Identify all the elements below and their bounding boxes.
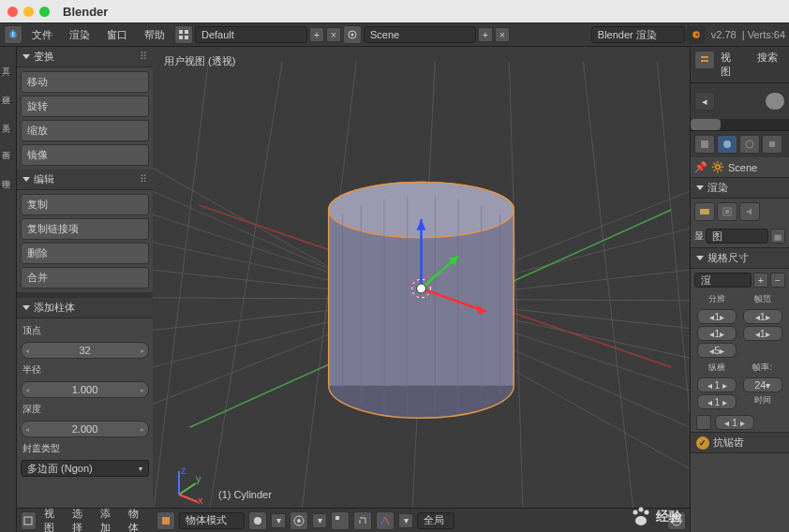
shading-button[interactable] xyxy=(248,511,267,530)
join-button[interactable]: 合并 xyxy=(21,267,149,288)
svg-line-61 xyxy=(385,517,389,525)
layout-dropdown[interactable]: Default xyxy=(195,26,307,43)
res-y-input[interactable]: ◂ 1 ▸ xyxy=(697,326,737,341)
shading-menu[interactable]: ▾ xyxy=(271,513,286,528)
add-menu[interactable]: 添加 xyxy=(97,507,121,533)
scene-dropdown[interactable]: Scene xyxy=(364,26,476,43)
outliner-icon[interactable] xyxy=(694,51,715,69)
svg-line-52 xyxy=(179,495,198,502)
fps-input[interactable]: 24 ▾ xyxy=(743,377,782,392)
viewport-editor-type[interactable] xyxy=(21,511,37,530)
outliner-toggle-1[interactable]: ◂ xyxy=(694,92,715,111)
manip-menu[interactable]: ▾ xyxy=(398,513,413,528)
res-pct-input[interactable]: ◂ 5 ▸ xyxy=(697,343,737,358)
duplicate-linked-button[interactable]: 复制链接项 xyxy=(21,218,149,240)
tab-physics[interactable]: 物理 xyxy=(0,159,12,187)
svg-rect-2 xyxy=(179,30,183,34)
props-tab-world[interactable] xyxy=(739,135,760,154)
select-menu[interactable]: 选择 xyxy=(68,507,93,533)
scene-breadcrumb: 📌 🔆 Scene xyxy=(691,157,789,177)
antialias-panel-header[interactable]: ✓ 抗锯齿 xyxy=(691,432,789,453)
orientation-dropdown[interactable]: 全局 xyxy=(417,512,454,529)
panel-edit-header[interactable]: 编辑⠿ xyxy=(17,170,153,190)
scene-add-button[interactable]: + xyxy=(478,27,493,42)
scene-name: Scene xyxy=(728,162,757,173)
props-tab-scene[interactable] xyxy=(717,135,737,154)
frame-end-input[interactable]: ◂ 1 ▸ xyxy=(743,326,782,341)
snap-button[interactable] xyxy=(353,511,372,530)
props-tab-render[interactable] xyxy=(694,135,715,154)
panel-transform-header[interactable]: 变换⠿ xyxy=(17,47,153,67)
display-dropdown[interactable]: 图 xyxy=(706,229,768,244)
layout-add-button[interactable]: + xyxy=(309,27,324,42)
layers-button[interactable] xyxy=(331,511,350,530)
render-anim-button[interactable] xyxy=(717,202,737,221)
mirror-button[interactable]: 镜像 xyxy=(21,144,149,166)
svg-line-20 xyxy=(153,62,208,517)
tool-shelf: 变换⠿ 移动 旋转 缩放 镜像 编辑⠿ 复制 复制链接项 删除 合并 添加柱体 … xyxy=(17,47,153,532)
pivot-menu[interactable]: ▾ xyxy=(312,513,327,528)
lock-button[interactable] xyxy=(770,229,785,244)
border-checkbox[interactable] xyxy=(696,415,711,430)
preset-add[interactable]: + xyxy=(753,273,768,288)
horiz-scrollbar[interactable] xyxy=(691,119,721,130)
view-menu[interactable]: 视图 xyxy=(40,507,65,533)
menu-file[interactable]: 文件 xyxy=(24,28,60,42)
layout-remove-button[interactable]: × xyxy=(326,27,341,42)
move-button[interactable]: 移动 xyxy=(21,71,149,93)
right-search[interactable]: 搜索 xyxy=(750,51,785,79)
svg-line-25 xyxy=(583,62,633,517)
outliner-scroll[interactable] xyxy=(765,92,785,111)
res-x-input[interactable]: ◂ 1 ▸ xyxy=(697,309,737,324)
mode-icon[interactable] xyxy=(156,511,175,530)
preset-remove[interactable]: − xyxy=(770,273,785,288)
time-step-input[interactable]: ◂ 1 ▸ xyxy=(715,415,754,430)
viewport-header: 物体模式 ▾ ▾ ▾ 全局 xyxy=(153,508,690,532)
3d-viewport[interactable]: 用户视图 (透视) (1) Cylinder z y x 物体模式 ▾ ▾ ▾ … xyxy=(153,47,690,532)
rotate-button[interactable]: 旋转 xyxy=(21,96,149,117)
manipulator-toggle[interactable] xyxy=(376,511,394,530)
frame-start-input[interactable]: ◂ 1 ▸ xyxy=(743,309,782,324)
cap-type-dropdown[interactable]: 多边面 (Ngon)▾ xyxy=(21,460,149,477)
aspect-y-input[interactable]: ◂ 1 ▸ xyxy=(697,394,737,409)
vertices-input[interactable]: ◂32▸ xyxy=(21,342,149,359)
maximize-window-button[interactable] xyxy=(39,7,50,17)
delete-button[interactable]: 删除 xyxy=(21,243,149,264)
radius-input[interactable]: ◂1.000▸ xyxy=(21,381,149,398)
tab-create[interactable]: 创建 xyxy=(0,75,12,103)
menu-render[interactable]: 渲染 xyxy=(62,28,97,42)
render-audio-button[interactable] xyxy=(739,202,760,221)
menu-help[interactable]: 帮助 xyxy=(137,28,172,42)
svg-rect-54 xyxy=(162,517,170,525)
scene-remove-button[interactable]: × xyxy=(495,27,510,42)
props-tab-more[interactable] xyxy=(762,135,782,154)
editor-type-button[interactable]: i xyxy=(4,25,22,44)
properties-panel: 视图 搜索 ◂ 📌 🔆 Scene 渲染 显 图 xyxy=(690,47,789,532)
svg-rect-72 xyxy=(769,141,775,147)
right-view-menu[interactable]: 视图 xyxy=(717,51,748,79)
scale-button[interactable]: 缩放 xyxy=(21,120,149,141)
time-label: 时间 xyxy=(754,394,771,406)
object-menu[interactable]: 物体 xyxy=(125,507,149,533)
scene-icon[interactable] xyxy=(343,25,362,44)
preset-dropdown[interactable]: 渲 xyxy=(694,273,752,288)
vertices-label: 顶点 xyxy=(21,322,149,339)
mode-dropdown[interactable]: 物体模式 xyxy=(179,512,245,529)
screen-layout-icon[interactable] xyxy=(174,25,193,44)
tab-relations[interactable]: 关系 xyxy=(0,103,12,131)
dimensions-panel-header[interactable]: 规格尺寸 xyxy=(691,247,789,269)
render-engine-dropdown[interactable]: Blender 渲染 xyxy=(591,26,685,43)
pin-icon[interactable]: 📌 xyxy=(694,161,707,173)
aspect-x-input[interactable]: ◂ 1 ▸ xyxy=(697,377,737,392)
menu-window[interactable]: 窗口 xyxy=(99,28,135,42)
close-window-button[interactable] xyxy=(7,7,18,17)
tab-animation[interactable]: 画面 xyxy=(0,131,12,159)
minimize-window-button[interactable] xyxy=(23,7,34,17)
pivot-button[interactable] xyxy=(290,511,308,530)
render-panel-header[interactable]: 渲染 xyxy=(691,177,789,199)
depth-input[interactable]: ◂2.000▸ xyxy=(21,421,149,437)
duplicate-button[interactable]: 复制 xyxy=(21,194,149,215)
panel-add-cylinder-header[interactable]: 添加柱体 xyxy=(17,298,153,318)
tab-tools[interactable]: 工具 xyxy=(0,47,12,75)
render-still-button[interactable] xyxy=(694,202,715,221)
